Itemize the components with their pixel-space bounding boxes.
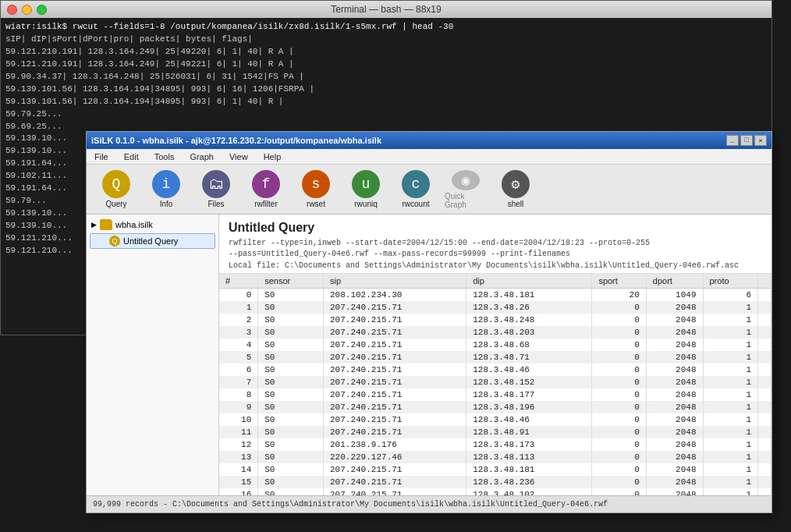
- table-cell: 207.240.215.71: [324, 388, 466, 401]
- table-row[interactable]: 13S0220.229.127.46128.3.48.113020481: [219, 451, 771, 463]
- content-table-wrapper[interactable]: # sensor sip dip sport dport proto 0S020…: [219, 274, 771, 495]
- menu-help[interactable]: Help: [259, 151, 286, 163]
- table-cell: 15: [219, 476, 258, 488]
- menu-graph[interactable]: Graph: [185, 151, 218, 163]
- terminal-close-btn[interactable]: [7, 5, 17, 15]
- toolbar-rwuniq-btn[interactable]: u rwuniq: [342, 168, 389, 211]
- table-row[interactable]: 16S0207.240.215.71128.3.48.102020481: [219, 488, 771, 495]
- table-cell: 2048: [646, 451, 703, 463]
- table-cell-spacer: [758, 364, 771, 376]
- table-cell: 16: [219, 488, 258, 495]
- terminal-line-2: 59.121.210.191| 128.3.164.249| 25|49220|…: [5, 46, 767, 59]
- table-cell: 2048: [646, 388, 703, 401]
- terminal-titlebar: Terminal — bash — 88x19: [1, 1, 771, 18]
- col-sip: sip: [324, 274, 466, 289]
- isilk-toolbar: Q Query i Info 🗂 Files f rwfilter s rwse…: [87, 165, 771, 215]
- isilk-minimize-btn[interactable]: _: [726, 135, 739, 146]
- sidebar-folder[interactable]: ▶ wbha.isilk: [90, 218, 215, 232]
- folder-icon: [100, 219, 112, 230]
- toolbar-shell-btn[interactable]: ⚙ shell: [492, 168, 539, 211]
- menu-tools[interactable]: Tools: [150, 151, 179, 163]
- table-row[interactable]: 1S0207.240.215.71128.3.48.26020481: [219, 301, 771, 314]
- table-row[interactable]: 0S0208.102.234.30128.3.48.1812010496: [219, 289, 771, 302]
- toolbar-info-btn[interactable]: i Info: [143, 168, 190, 211]
- table-cell: 207.240.215.71: [324, 476, 466, 488]
- menu-file[interactable]: File: [90, 151, 113, 163]
- table-row[interactable]: 4S0207.240.215.71128.3.48.68020481: [219, 339, 771, 351]
- isilk-maximize-btn[interactable]: □: [740, 135, 753, 146]
- isilk-close-btn[interactable]: ✕: [754, 135, 767, 146]
- table-cell: S0: [258, 451, 324, 463]
- table-cell-spacer: [758, 388, 771, 401]
- table-row[interactable]: 3S0207.240.215.71128.3.48.203020481: [219, 326, 771, 339]
- table-cell: 2048: [646, 401, 703, 413]
- toolbar-rwcount-btn[interactable]: c rwcount: [392, 168, 439, 211]
- table-cell-spacer: [758, 488, 771, 495]
- table-cell: 2048: [646, 413, 703, 426]
- table-cell: 2048: [646, 339, 703, 351]
- table-row[interactable]: 5S0207.240.215.71128.3.48.71020481: [219, 351, 771, 364]
- table-cell: 0: [592, 301, 646, 314]
- table-cell: 128.3.48.177: [466, 388, 592, 401]
- table-row[interactable]: 7S0207.240.215.71128.3.48.152020481: [219, 376, 771, 388]
- col-sensor: sensor: [258, 274, 324, 289]
- table-row[interactable]: 2S0207.240.215.71128.3.48.248020481: [219, 314, 771, 326]
- table-cell: 128.3.48.181: [466, 463, 592, 476]
- table-row[interactable]: 12S0201.238.9.176128.3.48.173020481: [219, 438, 771, 451]
- isilk-wm-buttons: _ □ ✕: [726, 135, 767, 146]
- info-icon: i: [152, 170, 180, 198]
- table-cell: 128.3.48.236: [466, 476, 592, 488]
- terminal-line-6: 59.139.101.56| 128.3.164.194|34895| 993|…: [5, 96, 767, 108]
- content-header: Untitled Query rwfilter --type=in,inweb …: [219, 215, 771, 274]
- table-cell: 0: [592, 326, 646, 339]
- table-row[interactable]: 11S0207.240.215.71128.3.48.91020481: [219, 426, 771, 438]
- terminal-maximize-btn[interactable]: [37, 5, 47, 15]
- sidebar-item-untitled-query[interactable]: Q Untitled Query: [90, 233, 215, 249]
- table-cell: 2048: [646, 488, 703, 495]
- content-query-line1: rwfilter --type=in,inweb --start-date=20…: [229, 238, 762, 249]
- table-cell: S0: [258, 413, 324, 426]
- table-cell: 6: [703, 289, 758, 302]
- toolbar-rwset-btn[interactable]: s rwset: [293, 168, 339, 211]
- table-cell: 128.3.48.71: [466, 351, 592, 364]
- isilk-menubar: File Edit Tools Graph View Help: [87, 149, 771, 165]
- toolbar-quickgraph-label: Quick Graph: [445, 192, 487, 209]
- isilk-titlebar: iSiLK 0.1.0 - wbha.isilk - ajk@172.16.23…: [87, 132, 771, 149]
- table-cell: 0: [592, 476, 646, 488]
- isilk-window: iSiLK 0.1.0 - wbha.isilk - ajk@172.16.23…: [86, 131, 772, 513]
- toolbar-rwfilter-btn[interactable]: f rwfilter: [243, 168, 289, 211]
- toolbar-files-btn[interactable]: 🗂 Files: [193, 168, 239, 211]
- table-cell: 4: [219, 339, 258, 351]
- table-cell: 1: [703, 364, 758, 376]
- table-row[interactable]: 6S0207.240.215.71128.3.48.46020481: [219, 364, 771, 376]
- table-cell-spacer: [758, 413, 771, 426]
- table-cell: 0: [592, 413, 646, 426]
- table-cell: 10: [219, 413, 258, 426]
- isilk-sidebar: ▶ wbha.isilk Q Untitled Query: [87, 215, 219, 495]
- table-cell: 9: [219, 401, 258, 413]
- table-row[interactable]: 10S0207.240.215.71128.3.48.46020481: [219, 413, 771, 426]
- col-dport: dport: [646, 274, 703, 289]
- table-row[interactable]: 8S0207.240.215.71128.3.48.177020481: [219, 388, 771, 401]
- content-query-line2: --pass=Untitled_Query-04e6.rwf --max-pas…: [229, 249, 762, 260]
- table-cell: 207.240.215.71: [324, 488, 466, 495]
- table-row[interactable]: 15S0207.240.215.71128.3.48.236020481: [219, 476, 771, 488]
- table-cell-spacer: [758, 476, 771, 488]
- table-cell: 1: [703, 351, 758, 364]
- menu-edit[interactable]: Edit: [119, 151, 144, 163]
- toolbar-query-btn[interactable]: Q Query: [93, 168, 140, 211]
- content-title: Untitled Query: [229, 221, 762, 235]
- table-cell-spacer: [758, 438, 771, 451]
- shell-icon: ⚙: [502, 170, 530, 198]
- table-cell: S0: [258, 426, 324, 438]
- table-cell: 0: [592, 351, 646, 364]
- table-cell: 207.240.215.71: [324, 413, 466, 426]
- table-cell: 207.240.215.71: [324, 426, 466, 438]
- terminal-minimize-btn[interactable]: [22, 5, 32, 15]
- table-cell: 128.3.48.181: [466, 289, 592, 302]
- table-row[interactable]: 14S0207.240.215.71128.3.48.181020481: [219, 463, 771, 476]
- menu-view[interactable]: View: [225, 151, 253, 163]
- col-proto: proto: [703, 274, 758, 289]
- table-row[interactable]: 9S0207.240.215.71128.3.48.196020481: [219, 401, 771, 413]
- table-cell: S0: [258, 326, 324, 339]
